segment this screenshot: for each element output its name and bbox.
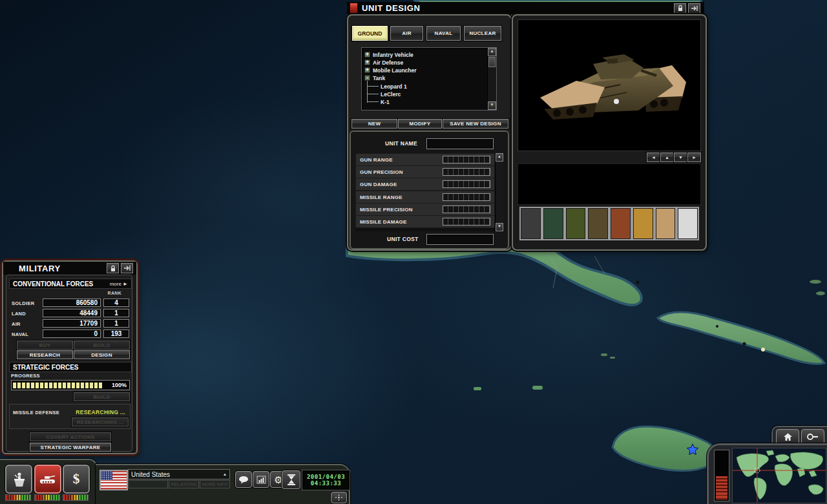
missile-range-slider[interactable] — [443, 193, 490, 201]
camo-swatch-5[interactable] — [611, 208, 631, 239]
unit-cost-label: UNIT COST — [387, 236, 419, 242]
unit-name-input[interactable] — [426, 138, 494, 149]
statistics-button[interactable] — [253, 471, 269, 488]
chat-button[interactable] — [235, 471, 252, 488]
tab-naval[interactable]: NAVAL — [426, 26, 461, 41]
slider-row-missile-precision: MISSILE PRECISION — [355, 203, 495, 216]
missile-defense-status: RESEARCHING ... — [76, 409, 125, 415]
researching-button[interactable]: RESEARCHING ... — [72, 417, 129, 426]
tab-nuclear[interactable]: NUCLEAR — [464, 26, 501, 41]
rotate-right-button[interactable]: ► — [687, 152, 701, 162]
tree-branch — [368, 94, 379, 94]
tree-label: LeClerc — [381, 91, 401, 98]
country-dropdown[interactable]: United States ▲ — [128, 469, 230, 479]
zoom-tool-button[interactable] — [801, 429, 824, 445]
camo-swatch-1[interactable] — [521, 208, 541, 239]
gun-precision-slider[interactable] — [443, 168, 490, 176]
gun-damage-slider[interactable] — [443, 180, 490, 188]
tree-item-k1[interactable]: K-1 — [364, 98, 390, 105]
design-button[interactable]: DESIGN — [74, 350, 130, 359]
tree-label: Air Defense — [373, 59, 403, 66]
missile-damage-slider[interactable] — [443, 218, 490, 226]
unit-sliders: GUN RANGE GUN PRECISION GUN DAMAGE MISSI… — [355, 153, 503, 231]
scroll-down-button[interactable]: ▼ — [496, 223, 503, 231]
tree-item-leclerc[interactable]: LeClerc — [364, 90, 401, 98]
rotate-up-button[interactable]: ▲ — [660, 152, 674, 162]
detach-window-button[interactable] — [121, 263, 133, 273]
tree-scrollbar[interactable]: ▲ ▼ — [487, 48, 496, 110]
research-button[interactable]: RESEARCH — [17, 350, 73, 359]
pin-window-button[interactable] — [107, 263, 119, 273]
threat-level-gauge — [714, 450, 729, 501]
gun-range-slider[interactable] — [443, 156, 490, 163]
covert-actions-button[interactable]: COVERT ACTIONS — [30, 432, 111, 441]
minimap-world — [733, 448, 826, 503]
buy-button[interactable]: BUY — [17, 341, 73, 350]
tree-item-infantry-vehicle[interactable]: + Infantry Vehicle — [364, 51, 414, 58]
tab-air[interactable]: AIR — [390, 26, 423, 41]
tree-item-leopard-1[interactable]: Leopard 1 — [364, 83, 407, 90]
unit-category-tree: + Infantry Vehicle + Air Defense + Mobil… — [361, 47, 497, 110]
military-title: MILITARY — [19, 264, 61, 273]
unit-design-titlebar[interactable]: UNIT DESIGN — [347, 2, 704, 15]
rotate-down-button[interactable]: ▼ — [674, 152, 687, 162]
scroll-up-button[interactable]: ▲ — [496, 153, 503, 162]
tree-item-air-defense[interactable]: + Air Defense — [364, 59, 403, 66]
strategic-build-button[interactable]: BUILD — [74, 392, 130, 401]
slider-row-gun-damage: GUN DAMAGE — [355, 178, 495, 191]
status-bar: United States ▲ RELATIONS MORE INFO ⚙ — [96, 464, 350, 504]
military-titlebar[interactable]: MILITARY — [3, 262, 136, 275]
unit-3d-viewport[interactable] — [518, 19, 701, 151]
sliders-scrollbar[interactable]: ▲ ▼ — [495, 153, 503, 231]
time-speed-button[interactable] — [282, 470, 300, 489]
modify-button[interactable]: MODIFY — [398, 119, 442, 129]
pin-window-button[interactable] — [674, 3, 686, 14]
slider-row-gun-precision: GUN PRECISION — [355, 165, 495, 178]
relations-button[interactable]: RELATIONS — [169, 480, 199, 488]
camo-swatch-2[interactable] — [543, 208, 563, 239]
bar-chart-icon — [256, 476, 266, 484]
tab-air-label: AIR — [402, 30, 412, 36]
more-info-button[interactable]: MORE INFO — [200, 480, 230, 488]
expand-icon[interactable]: + — [364, 67, 370, 73]
gauge-fill — [716, 476, 728, 499]
scroll-thumb[interactable] — [488, 57, 496, 67]
expand-icon[interactable]: + — [364, 52, 370, 58]
dropdown-arrow-icon: ▲ — [223, 472, 227, 476]
military-body: CONVENTIONAL FORCES more ► RANK SOLDIER … — [6, 275, 132, 452]
camo-swatch-8[interactable] — [678, 208, 698, 239]
expand-icon[interactable]: + — [364, 59, 370, 65]
more-link[interactable]: more ► — [110, 281, 128, 287]
lock-icon — [677, 5, 684, 12]
game-clock: 2001/04/03 04:33:33 — [302, 470, 350, 490]
minimap[interactable] — [732, 448, 826, 503]
tree-item-mobile-launcher[interactable]: + Mobile Launcher — [364, 67, 417, 74]
tab-ground[interactable]: GROUND — [352, 26, 388, 41]
slider-row-missile-damage: MISSILE DAMAGE — [355, 215, 495, 228]
center-view-button[interactable] — [331, 492, 347, 503]
soldier-rank: 4 — [103, 299, 129, 307]
strategic-warfare-button[interactable]: STRATEGIC WARFARE — [30, 443, 111, 452]
unit-design-config-panel: GROUND AIR NAVAL NUCLEAR + Infantry Vehi… — [347, 14, 512, 251]
build-button[interactable]: BUILD — [74, 341, 130, 350]
scroll-up-button[interactable]: ▲ — [488, 48, 496, 56]
missile-precision-slider[interactable] — [443, 205, 490, 213]
collapse-icon[interactable]: - — [364, 75, 370, 81]
camo-swatch-7[interactable] — [656, 208, 676, 239]
save-new-design-button[interactable]: SAVE NEW DESIGN — [443, 119, 508, 129]
camo-swatch-4[interactable] — [588, 208, 608, 239]
camo-swatch-3[interactable] — [566, 208, 586, 239]
new-button[interactable]: NEW — [351, 119, 397, 129]
rotate-left-button[interactable]: ◄ — [647, 152, 660, 162]
home-view-button[interactable] — [776, 429, 799, 445]
camo-swatch-6[interactable] — [633, 208, 653, 239]
detach-window-button[interactable] — [688, 3, 700, 14]
politics-button[interactable] — [5, 465, 32, 494]
arrow-right-icon — [691, 5, 698, 12]
scroll-down-button[interactable]: ▼ — [488, 101, 496, 110]
section-title: CONVENTIONAL FORCES — [13, 280, 93, 288]
economy-button[interactable]: $ — [63, 465, 90, 494]
lit-city-marker — [761, 348, 765, 352]
military-button[interactable] — [34, 465, 61, 494]
slider-row-missile-range: MISSILE RANGE — [355, 191, 495, 204]
